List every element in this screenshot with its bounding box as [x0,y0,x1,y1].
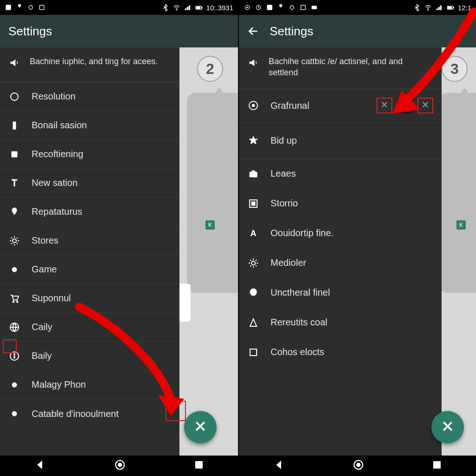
step-badge: 2 [197,56,223,82]
pin-icon [8,206,20,218]
settings-item-label: New sation [32,178,171,188]
settings-item-resolution[interactable]: Resolution [0,82,179,111]
settings-item-repat[interactable]: Repataturus [0,198,179,226]
settings-item-catable[interactable]: Catable d'inooulment [0,399,179,428]
green-tag: K [205,220,215,230]
svg-text:A: A [251,229,257,238]
svg-point-10 [13,239,16,243]
settings-item-newsation[interactable]: New sation [0,169,179,198]
settings-item-malagy[interactable]: Malagy Phon [0,370,179,399]
close-fab[interactable] [431,411,464,443]
close-fab[interactable] [184,411,217,443]
svg-rect-27 [267,5,272,10]
android-navbar [0,456,238,476]
svg-rect-0 [6,5,11,10]
svg-point-47 [357,463,360,467]
svg-rect-29 [301,5,305,9]
home-nav-icon[interactable] [352,458,365,473]
status-icon [311,4,318,11]
back-nav-icon[interactable] [272,458,285,473]
settings-item-unctheral[interactable]: Unctheral finel [239,278,442,308]
settings-item-label: Rereutits coal [271,317,433,328]
bluetooth-icon [162,4,169,11]
recent-nav-icon[interactable] [431,459,443,472]
svg-rect-48 [434,462,440,468]
svg-point-11 [12,267,17,272]
svg-point-18 [12,383,17,387]
arch-icon [247,317,259,328]
phone-right: 12:1 Settings 3 K Bachihe cattbic /e/ ac… [238,0,476,476]
globe-icon [8,322,20,333]
settings-item-recoft[interactable]: Recoftiening [0,140,179,169]
camera-icon [400,100,410,112]
home-nav-icon[interactable] [113,458,126,473]
status-icon [299,4,307,11]
svg-point-13 [16,301,18,303]
settings-item-cohos[interactable]: Cohos elocts [239,337,442,367]
settings-item-rereutits[interactable]: Rereutits coal [239,308,442,337]
settings-item-label: Medioler [271,258,433,268]
svg-rect-41 [251,202,255,205]
svg-point-28 [290,6,294,9]
dot-icon [8,408,20,419]
svg-point-36 [252,104,255,107]
settings-item-label: Grafrunal [271,100,365,111]
settings-drawer: Bachine iuphic, and ting for acees. Reso… [0,47,179,456]
back-nav-icon[interactable] [33,458,46,473]
settings-item-game[interactable]: Game [0,255,179,284]
status-time: 10:.3931 [206,4,233,12]
bar-icon [8,120,20,131]
svg-rect-5 [202,7,202,8]
status-icon [288,4,296,11]
recent-nav-icon[interactable] [193,459,205,472]
back-arrow-icon[interactable] [247,25,259,37]
svg-point-25 [247,7,248,8]
settings-item-label: Suponnul [32,293,171,304]
status-icon [16,4,23,11]
settings-item-label: Recoftiening [32,149,171,159]
settings-intro: Bachine iuphic, and ting for acees. [0,47,179,82]
svg-rect-23 [196,462,202,468]
settings-item-label: Leaes [271,168,433,179]
green-tag: K [456,220,466,230]
settings-item-ooidor[interactable]: A Oouidortip fine. [239,218,442,248]
page-title: Settings [8,24,52,39]
wifi-icon [424,4,432,11]
title-bar: Settings [0,15,238,47]
settings-item-baily[interactable]: Baily [0,342,179,370]
gear-icon [247,258,259,269]
dot-icon [8,379,20,390]
svg-point-22 [119,463,122,467]
remove-button[interactable] [417,98,433,113]
megaphone-icon [247,57,259,72]
signal-icon [436,4,443,11]
signal-icon [184,4,192,11]
android-navbar [239,456,476,476]
settings-item-label: Catable d'inooulment [32,409,171,419]
settings-item-bidup[interactable]: Bid up [239,123,442,159]
svg-rect-30 [312,6,317,9]
circle-icon [8,91,20,102]
background-shape [439,93,476,293]
settings-item-grafrunal[interactable]: Grafrunal [239,89,442,123]
settings-item-suponnul[interactable]: Suponnul [0,284,179,313]
square-icon [8,149,20,160]
svg-rect-39 [252,171,255,172]
settings-item-label: Caily [32,322,171,332]
settings-item-leaes[interactable]: Leaes [239,159,442,189]
settings-item-storrio[interactable]: Storrio [239,189,442,218]
settings-item-stores[interactable]: Stores [0,226,179,255]
close-icon [441,419,455,435]
svg-point-19 [12,411,17,416]
camera-button[interactable] [397,98,413,113]
settings-item-caily[interactable]: Caily [0,313,179,342]
title-bar: Settings [239,15,476,47]
remove-button[interactable] [377,98,392,113]
settings-item-medioler[interactable]: Medioler [239,248,442,278]
letter-a-icon: A [247,228,259,239]
svg-rect-2 [40,5,44,9]
settings-item-bonail[interactable]: Bonail sasion [0,111,179,140]
wifi-icon [173,4,180,11]
status-icon [27,4,34,11]
briefcase-icon [247,168,259,179]
